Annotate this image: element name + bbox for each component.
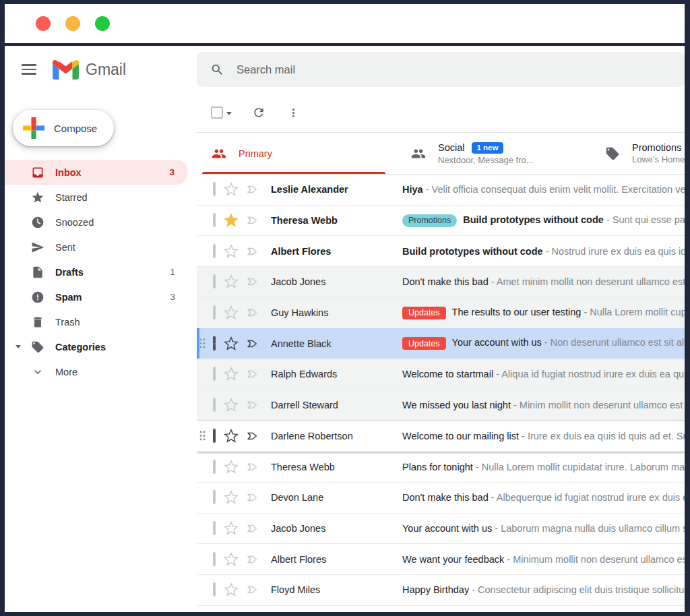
search-icon[interactable]: [210, 63, 224, 77]
star-toggle-icon[interactable]: [224, 336, 239, 351]
importance-marker-icon[interactable]: [245, 337, 259, 350]
select-all-checkbox[interactable]: [211, 106, 223, 119]
importance-marker-icon[interactable]: [245, 275, 259, 288]
star-toggle-icon[interactable]: [224, 182, 239, 197]
star-toggle-icon[interactable]: [224, 521, 239, 536]
tab-text: PromotionsLowe's Home Improvement: [632, 142, 685, 164]
email-row[interactable]: Annette BlackUpdatesYour account with us…: [197, 328, 685, 359]
tab-label: Social: [438, 142, 465, 153]
minimize-window-button[interactable]: [65, 16, 80, 31]
sidebar-item-label: Spam: [55, 292, 82, 303]
star-toggle-icon[interactable]: [224, 552, 239, 567]
email-row[interactable]: Leslie AlexanderHiya - Velit officia con…: [197, 175, 685, 206]
importance-marker-icon[interactable]: [245, 429, 259, 443]
importance-marker-icon[interactable]: [245, 367, 259, 381]
email-checkbox[interactable]: [213, 491, 216, 503]
email-row[interactable]: Theresa WebbPlans for tonight - Nulla Lo…: [197, 452, 685, 483]
email-row[interactable]: Devon LaneDon't make this bad - Albequer…: [197, 483, 685, 514]
email-row[interactable]: Jacob JonesDon't make this bad - Amet mi…: [197, 267, 685, 298]
expander-caret-icon[interactable]: [15, 345, 21, 348]
email-sender: Albert Flores: [271, 246, 402, 257]
email-checkbox[interactable]: [213, 368, 216, 380]
star-toggle-icon[interactable]: [224, 274, 239, 289]
email-checkbox[interactable]: [213, 430, 216, 442]
send-icon: [30, 240, 45, 255]
draft-icon: [30, 265, 45, 280]
hamburger-menu-icon[interactable]: [22, 64, 36, 75]
sidebar-item-sent[interactable]: Sent: [5, 235, 197, 259]
email-row[interactable]: Floyd MilesHappy Birthday - Consectetur …: [197, 575, 685, 606]
email-row[interactable]: Ralph EdwardsWelcome to startmail - Aliq…: [197, 359, 685, 390]
spam-icon: [30, 290, 45, 305]
sidebar-item-more[interactable]: More: [5, 359, 197, 384]
importance-marker-icon[interactable]: [245, 583, 259, 596]
gmail-logo-icon: [53, 60, 79, 80]
email-snippet: Minim mollit non deserunt ullamco est si…: [520, 400, 685, 410]
importance-marker-icon[interactable]: [245, 553, 259, 566]
sidebar-item-categories[interactable]: Categories: [5, 334, 197, 359]
email-row[interactable]: Jacob JonesYour account with us - Laboru…: [197, 514, 685, 545]
sidebar-item-trash[interactable]: Trash: [5, 309, 197, 334]
importance-marker-icon[interactable]: [245, 460, 259, 474]
importance-marker-icon[interactable]: [245, 306, 259, 319]
star-toggle-icon[interactable]: [224, 429, 239, 443]
email-row[interactable]: Darrell StewardWe missed you last night …: [197, 390, 685, 421]
email-checkbox[interactable]: [213, 338, 216, 350]
importance-marker-icon[interactable]: [245, 245, 259, 258]
importance-marker-icon[interactable]: [245, 491, 259, 504]
email-checkbox[interactable]: [213, 553, 216, 565]
email-checkbox[interactable]: [213, 584, 216, 596]
email-row[interactable]: Theresa WebbPromotionsBuild prototypes w…: [197, 206, 685, 237]
email-sender: Guy Hawkins: [271, 307, 402, 318]
compose-button[interactable]: Compose: [13, 110, 114, 146]
refresh-icon[interactable]: [252, 106, 265, 119]
email-checkbox[interactable]: [213, 245, 216, 257]
star-toggle-icon[interactable]: [224, 460, 239, 474]
sidebar-item-starred[interactable]: Starred: [5, 185, 197, 210]
sidebar-item-spam[interactable]: Spam3: [5, 284, 197, 309]
email-checkbox[interactable]: [213, 276, 216, 288]
tab-promotions[interactable]: PromotionsLowe's Home Improvement: [585, 133, 685, 174]
email-row[interactable]: Albert FloresWe want your feedback - Min…: [197, 544, 685, 575]
star-toggle-icon[interactable]: [224, 582, 239, 597]
sidebar-item-inbox[interactable]: Inbox3: [5, 160, 188, 185]
tab-social[interactable]: Social1 newNextdoor, Message fro...: [391, 133, 585, 174]
close-window-button[interactable]: [36, 16, 51, 31]
zoom-window-button[interactable]: [95, 16, 110, 31]
select-all-control[interactable]: [211, 106, 232, 119]
star-toggle-icon[interactable]: [224, 367, 239, 381]
email-checkbox[interactable]: [213, 183, 216, 195]
star-toggle-icon[interactable]: [224, 398, 239, 412]
importance-marker-icon[interactable]: [245, 522, 259, 535]
importance-marker-icon[interactable]: [245, 398, 259, 412]
email-subject: Don't make this bad: [402, 492, 489, 503]
sidebar-item-count: 3: [170, 292, 175, 302]
email-checkbox[interactable]: [213, 307, 216, 319]
sidebar-item-snoozed[interactable]: Snoozed: [5, 210, 197, 235]
checkmark-icon: [213, 338, 216, 350]
email-sender: Jacob Jones: [271, 523, 402, 534]
email-checkbox[interactable]: [213, 461, 216, 473]
star-toggle-icon[interactable]: [224, 244, 239, 259]
star-toggle-icon[interactable]: [224, 305, 239, 320]
email-summary: UpdatesYour account with us - Non deseru…: [402, 337, 685, 350]
email-snippet: Nostrud irure ex duis ea quis id quis ad…: [552, 246, 685, 257]
email-checkbox[interactable]: [213, 399, 216, 411]
sidebar-item-drafts[interactable]: Drafts1: [5, 259, 197, 284]
email-row[interactable]: Guy HawkinsUpdatesThe results to our use…: [197, 298, 685, 329]
drag-handle-icon[interactable]: [199, 431, 208, 441]
importance-marker-icon[interactable]: [245, 214, 259, 227]
email-row[interactable]: Darlene RobertsonWelcome to our mailing …: [197, 421, 685, 452]
tab-primary[interactable]: Primary: [197, 133, 391, 174]
email-row[interactable]: Albert FloresBuild prototypes without co…: [197, 236, 685, 267]
select-dropdown-caret-icon[interactable]: [226, 112, 232, 115]
more-options-kebab-icon[interactable]: [287, 106, 300, 119]
email-snippet: Nulla Lorem mollit cupidatat irure. Labo…: [482, 462, 685, 472]
search-input[interactable]: Search mail: [197, 52, 685, 87]
importance-marker-icon[interactable]: [245, 183, 259, 196]
star-toggle-icon[interactable]: [224, 213, 239, 228]
drag-handle-icon[interactable]: [199, 338, 208, 348]
email-checkbox[interactable]: [213, 522, 216, 534]
star-toggle-icon[interactable]: [224, 490, 239, 505]
email-checkbox[interactable]: [213, 214, 216, 226]
